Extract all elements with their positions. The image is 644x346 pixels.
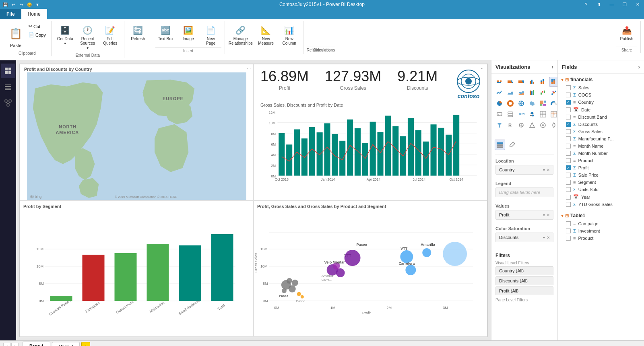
field-ytd-gross-sales[interactable]: Σ YTD Gross Sales	[558, 201, 644, 208]
field-product-table1-checkbox[interactable]	[566, 236, 571, 241]
filter-country[interactable]: Country (All)	[495, 266, 553, 275]
new-measure-button[interactable]: 📐 New Measure	[255, 23, 277, 47]
field-cogs[interactable]: Σ COGS	[558, 91, 644, 99]
page-prev-btn[interactable]: ◂	[3, 343, 10, 346]
refresh-button[interactable]: 🔄 Refresh	[128, 23, 149, 43]
field-campaign[interactable]: ≡ Campaign	[558, 220, 644, 227]
values-field-slot[interactable]: Profit ▾ ✕	[495, 210, 553, 220]
field-manufacturing[interactable]: Σ Manufacturing P...	[558, 135, 644, 142]
viz-clustered-column[interactable]	[527, 77, 537, 86]
undo-btn[interactable]: ↩	[10, 1, 17, 8]
get-data-button[interactable]: 🗄️ Get Data ▼	[55, 23, 76, 47]
field-date-checkbox[interactable]	[566, 107, 571, 112]
color-dropdown-arrow[interactable]: ▾	[543, 235, 545, 240]
field-country[interactable]: ✓ ≡ Country	[558, 99, 644, 106]
publish-button[interactable]: 📤 Publish	[616, 23, 637, 43]
viz-100-stacked-column[interactable]	[549, 77, 557, 86]
viz-kpi[interactable]: KPI	[516, 109, 526, 119]
location-field-slot[interactable]: Country ▾ ✕	[495, 165, 553, 175]
viz-stacked-column[interactable]	[538, 77, 548, 86]
field-sales-checkbox[interactable]	[566, 85, 571, 90]
field-units-sold-checkbox[interactable]	[566, 187, 571, 192]
paste-button[interactable]: 📋 Paste	[6, 23, 25, 50]
location-remove-btn[interactable]: ✕	[547, 168, 550, 172]
field-country-checkbox[interactable]: ✓	[566, 100, 571, 105]
viz-fields-tool[interactable]	[495, 140, 505, 150]
fields-panel-arrow[interactable]: ›	[638, 64, 640, 70]
viz-custom3[interactable]	[538, 120, 548, 130]
field-product-checkbox[interactable]	[566, 158, 571, 163]
manage-relationships-button[interactable]: 🔗 Manage Relationships	[228, 23, 253, 47]
field-investment[interactable]: Σ Investment	[558, 227, 644, 235]
field-product-table1[interactable]: ≡ Product	[558, 235, 644, 242]
map-panel-expand[interactable]: ···	[247, 66, 251, 71]
field-profit-checkbox[interactable]: ✓	[566, 165, 571, 170]
redo-btn[interactable]: ↪	[18, 1, 25, 8]
viz-custom4[interactable]	[549, 120, 557, 130]
field-cogs-checkbox[interactable]	[566, 93, 571, 97]
color-remove-btn[interactable]: ✕	[547, 235, 550, 240]
dropdown-arrow[interactable]: ▼	[34, 1, 41, 8]
field-profit[interactable]: ✓ Σ Profit	[558, 164, 644, 171]
field-date[interactable]: 📅 Date	[558, 106, 644, 113]
viz-stacked-area[interactable]	[516, 88, 526, 97]
location-dropdown-arrow[interactable]: ▾	[543, 168, 545, 172]
data-view-icon[interactable]	[1, 80, 15, 94]
filter-profit[interactable]: Profit (All)	[495, 286, 553, 295]
file-tab[interactable]: File	[0, 9, 21, 19]
viz-funnel[interactable]	[495, 120, 504, 130]
viz-stacked-bar[interactable]	[506, 77, 515, 86]
filter-discounts[interactable]: Discounts (All)	[495, 276, 553, 285]
viz-r-script[interactable]: R	[506, 120, 515, 130]
kpi-panel-expand[interactable]: ···	[481, 66, 485, 71]
save-btn[interactable]: 💾	[2, 1, 9, 8]
viz-multi-row-card[interactable]	[506, 109, 515, 119]
new-page-button[interactable]: 📄 New Page	[200, 23, 221, 47]
field-units-sold[interactable]: Σ Units Sold	[558, 186, 644, 193]
field-gross-sales-checkbox[interactable]	[566, 129, 571, 134]
viz-area[interactable]	[506, 88, 515, 97]
viz-panel-arrow[interactable]: ›	[551, 64, 553, 70]
viz-donut[interactable]	[506, 99, 515, 108]
page-2-tab[interactable]: Page 2	[52, 342, 80, 346]
model-view-icon[interactable]	[1, 96, 15, 110]
field-discounts[interactable]: ✓ Σ Discounts	[558, 121, 644, 128]
minimize-btn[interactable]: —	[605, 0, 618, 9]
map-panel[interactable]: Profit and Discounts by Country	[20, 64, 254, 200]
recent-sources-button[interactable]: 🕐 Recent Sources ▼	[77, 23, 98, 52]
page-next-btn[interactable]: ▸	[11, 343, 19, 346]
smiley-icon[interactable]: 😊	[26, 1, 33, 8]
field-sale-price[interactable]: Σ Sale Price	[558, 171, 644, 179]
field-investment-checkbox[interactable]	[566, 229, 571, 233]
close-btn[interactable]: ✕	[631, 0, 644, 9]
scatter-panel[interactable]: Profit, Gross Sales and Gross Sales by P…	[254, 200, 487, 337]
new-column-button[interactable]: 📊 New Column	[279, 23, 300, 47]
field-manufacturing-checkbox[interactable]	[566, 136, 571, 141]
kpi-panel[interactable]: 16.89M Profit 127.93M Gross Sales 9.21M …	[254, 64, 487, 200]
field-campaign-checkbox[interactable]	[566, 221, 571, 226]
values-dropdown-arrow[interactable]: ▾	[543, 213, 545, 217]
viz-custom2[interactable]	[527, 120, 537, 130]
field-discounts-checkbox[interactable]: ✓	[566, 122, 571, 127]
color-saturation-field-slot[interactable]: Discounts ▾ ✕	[495, 233, 553, 242]
cut-button[interactable]: ✂ Cut	[27, 23, 48, 30]
field-year[interactable]: 📅 Year	[558, 193, 644, 201]
viz-map[interactable]	[516, 99, 526, 108]
restore-btn[interactable]: ⬆	[592, 0, 605, 9]
legend-field-slot[interactable]: Drag data fields here	[495, 187, 553, 197]
segment-panel[interactable]: Profit by Segment 0M 5M 10M 15M	[20, 200, 254, 337]
copy-button[interactable]: 📄 Copy	[27, 31, 48, 39]
values-remove-btn[interactable]: ✕	[547, 213, 550, 217]
home-tab[interactable]: Home	[21, 9, 47, 19]
viz-scatter[interactable]	[549, 88, 557, 97]
field-product[interactable]: ≡ Product	[558, 157, 644, 164]
viz-treemap[interactable]	[538, 99, 548, 108]
field-discount-band-checkbox[interactable]	[566, 115, 571, 119]
field-segment-checkbox[interactable]	[566, 180, 571, 185]
page-1-tab[interactable]: Page 1	[23, 342, 50, 346]
field-month-name-checkbox[interactable]	[566, 144, 571, 148]
field-sales[interactable]: Σ Sales	[558, 84, 644, 91]
add-page-btn[interactable]: +	[81, 342, 90, 346]
text-box-button[interactable]: 🔤 Text Box	[155, 23, 176, 43]
viz-custom1[interactable]	[516, 120, 526, 130]
